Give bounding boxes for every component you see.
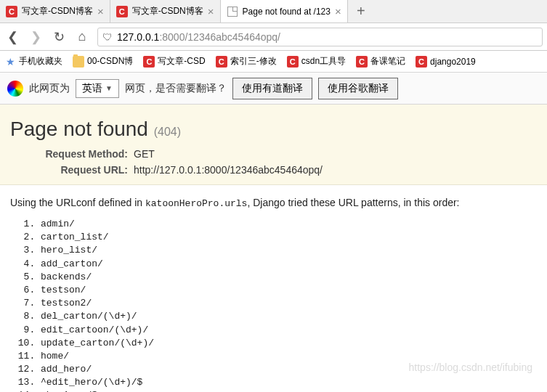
csdn-favicon: C (6, 6, 17, 17)
chevron-down-icon: ▼ (105, 84, 113, 92)
folder-icon (73, 56, 84, 68)
url-pattern-item: carton_list/ (41, 231, 537, 244)
star-icon: ★ (4, 56, 16, 68)
bookmark-label: 备课笔记 (370, 55, 405, 68)
csdn-favicon: C (216, 56, 227, 68)
status-code: (404) (154, 126, 181, 138)
reload-button[interactable]: ↻ (51, 29, 67, 45)
google-translate-button[interactable]: 使用谷歌翻译 (318, 78, 398, 99)
browser-tab-active[interactable]: Page not found at /123 × (221, 0, 348, 23)
url-pattern-item: edit_cartoon/(\d+)/ (41, 324, 537, 337)
csdn-favicon: C (116, 6, 128, 17)
translate-bar: 此网页为 英语 ▼ 网页，是否需要翻译？ 使用有道翻译 使用谷歌翻译 (0, 73, 547, 105)
csdn-favicon: C (416, 56, 427, 68)
tab-title: 写文章-CSDN博客 (132, 5, 203, 17)
back-button[interactable]: ❮ (4, 29, 20, 45)
url-pattern-item: home/ (41, 350, 537, 363)
csdn-favicon: C (356, 56, 368, 68)
bookmark-label: 00-CSDN博 (87, 55, 133, 68)
close-icon[interactable]: × (208, 6, 214, 17)
url-pattern-item: testson2/ (41, 297, 537, 310)
browser-tab[interactable]: C 写文章-CSDN博客 × (110, 0, 221, 23)
urlconf-intro: Using the URLconf defined in katoonHeroP… (10, 197, 537, 209)
request-url-label: Request URL: (10, 164, 134, 176)
tab-title: 写文章-CSDN博客 (22, 5, 93, 17)
url-pattern-item: hero_list/ (41, 244, 537, 257)
url-pattern-item: testson/ (41, 284, 537, 297)
bookmark-item[interactable]: ★手机收藏夹 (4, 55, 62, 68)
csdn-favicon: C (143, 56, 155, 68)
url-pattern-item: backends/ (41, 271, 537, 284)
home-button[interactable]: ⌂ (74, 29, 90, 44)
bookmark-item[interactable]: C写文章-CSD (143, 55, 205, 68)
address-bar[interactable]: 🛡 127.0.0.1:8000/12346abc45464opq/ (97, 28, 543, 46)
browser-tabs-bar: C 写文章-CSDN博客 × C 写文章-CSDN博客 × Page not f… (0, 0, 547, 23)
url-pattern-item: ^edit_hero/(\d+)/$ (41, 376, 537, 389)
url-pattern-item: del_carton/(\d+)/ (41, 310, 537, 323)
bookmark-item[interactable]: C备课笔记 (356, 55, 405, 68)
new-tab-button[interactable]: + (348, 0, 374, 23)
url-pattern-item: admin/ (41, 218, 537, 231)
browser-nav-bar: ❮ ❯ ↻ ⌂ 🛡 127.0.0.1:8000/12346abc45464op… (0, 23, 547, 51)
page-favicon (227, 6, 238, 17)
url-pattern-item: abc ^opq/$ (41, 389, 537, 392)
bookmarks-bar: ★手机收藏夹00-CSDN博C写文章-CSDC索引三-修改Ccsdn工具导C备课… (0, 51, 547, 73)
translate-suffix: 网页，是否需要翻译？ (125, 82, 227, 95)
error-header: Page not found (404) Request Method: GET… (0, 105, 547, 185)
request-method-value: GET (134, 148, 155, 160)
bookmark-item[interactable]: C索引三-修改 (216, 55, 277, 68)
color-wheel-icon (7, 81, 23, 97)
csdn-favicon: C (287, 56, 299, 68)
error-content: Using the URLconf defined in katoonHeroP… (0, 185, 547, 392)
tab-title: Page not found at /123 (243, 7, 331, 17)
url-pattern-list: admin/carton_list/hero_list/add_carton/b… (41, 218, 537, 392)
shield-icon: 🛡 (102, 31, 113, 43)
url-pattern-item: update_carton/(\d+)/ (41, 337, 537, 350)
youdao-translate-button[interactable]: 使用有道翻译 (232, 78, 312, 99)
request-url-value: http://127.0.0.1:8000/12346abc45464opq/ (134, 164, 323, 176)
bookmark-item[interactable]: Ccsdn工具导 (287, 55, 346, 68)
browser-tab[interactable]: C 写文章-CSDN博客 × (0, 0, 110, 23)
request-url-row: Request URL: http://127.0.0.1:8000/12346… (10, 164, 537, 176)
bookmark-item[interactable]: Cdjango2019 (416, 56, 476, 68)
translate-prefix: 此网页为 (29, 82, 70, 95)
bookmark-label: 手机收藏夹 (19, 55, 62, 68)
language-select[interactable]: 英语 ▼ (76, 79, 119, 98)
url-pattern-item: add_carton/ (41, 258, 537, 271)
bookmark-label: 写文章-CSD (158, 55, 205, 68)
request-method-row: Request Method: GET (10, 148, 537, 160)
bookmark-label: csdn工具导 (301, 55, 346, 68)
url-pattern-item: add_hero/ (41, 363, 537, 376)
page-title: Page not found (404) (10, 118, 537, 141)
request-method-label: Request Method: (10, 148, 134, 160)
close-icon[interactable]: × (97, 6, 104, 17)
bookmark-label: django2019 (430, 57, 476, 67)
url-text: 127.0.0.1:8000/12346abc45464opq/ (117, 31, 538, 43)
bookmark-item[interactable]: 00-CSDN博 (73, 55, 133, 68)
bookmark-label: 索引三-修改 (230, 55, 277, 68)
close-icon[interactable]: × (335, 6, 341, 17)
forward-button[interactable]: ❯ (28, 29, 44, 45)
